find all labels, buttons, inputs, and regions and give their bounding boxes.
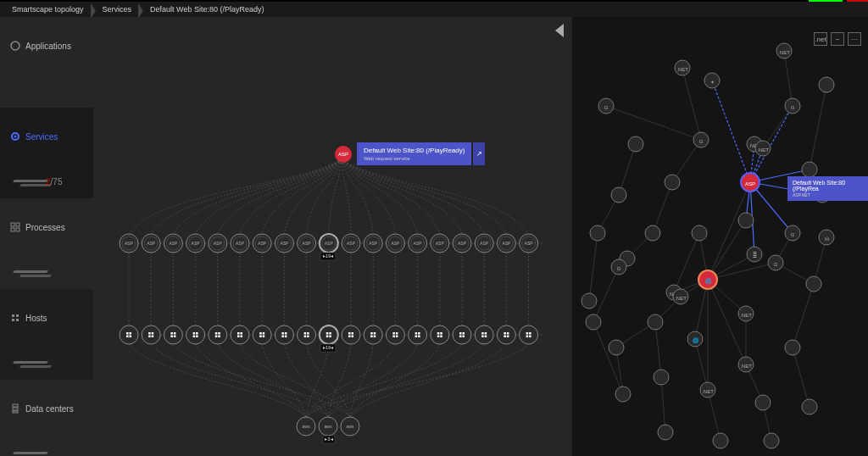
svg-text:ASP: ASP — [280, 241, 289, 246]
svg-point-307 — [713, 433, 728, 448]
svg-rect-114 — [218, 332, 220, 335]
svg-line-226 — [674, 233, 699, 292]
svg-rect-186 — [529, 336, 531, 338]
svg-rect-140 — [326, 336, 329, 338]
svg-line-216 — [653, 182, 672, 233]
svg-point-147 — [364, 325, 382, 344]
svg-point-0 — [11, 42, 19, 50]
svg-rect-146 — [352, 336, 354, 338]
svg-text:ASP: ASP — [192, 241, 201, 246]
svg-rect-12 — [13, 408, 18, 410]
top-accent-bar — [0, 0, 868, 2]
svg-rect-8 — [16, 314, 19, 317]
svg-text:.NET: .NET — [778, 50, 790, 55]
svg-rect-180 — [504, 336, 506, 338]
svg-line-202 — [708, 182, 750, 280]
svg-point-262 — [611, 187, 626, 203]
svg-rect-13 — [13, 411, 18, 413]
svg-rect-143 — [348, 332, 351, 335]
sidebar-item-processes[interactable]: Processes — [0, 198, 93, 289]
svg-text:ASP: ASP — [125, 241, 134, 246]
svg-rect-185 — [526, 336, 529, 338]
services-icon — [10, 131, 20, 142]
svg-point-278 — [581, 293, 597, 309]
svg-rect-178 — [504, 332, 506, 335]
svg-rect-110 — [193, 336, 196, 338]
svg-text:.NET: .NET — [676, 67, 688, 72]
svg-point-112 — [209, 325, 227, 344]
svg-rect-149 — [374, 332, 376, 335]
svg-rect-138 — [326, 332, 329, 335]
svg-text:ASP: ASP — [745, 181, 755, 186]
svg-point-182 — [520, 325, 538, 344]
svg-point-253 — [819, 77, 834, 92]
svg-line-210 — [708, 280, 746, 364]
svg-rect-131 — [285, 336, 287, 338]
topology-canvas[interactable]: ASPASPASPASPASPASPASPASPASPASPASPASPASPA… — [93, 17, 572, 456]
sidebar-item-services[interactable]: Services 2/75 — [0, 108, 93, 198]
svg-text:ASP: ASP — [369, 241, 378, 246]
applications-icon — [10, 41, 20, 51]
sidebar-label: Processes — [25, 223, 65, 232]
svg-text:ASP: ASP — [525, 241, 534, 246]
svg-line-209 — [708, 263, 776, 280]
svg-rect-145 — [348, 336, 351, 338]
svg-point-167 — [453, 325, 471, 344]
more-button[interactable]: ⋯ — [848, 32, 861, 46]
graph-tooltip[interactable]: Default Web Site:80 (/PlayRea ASP.NET — [787, 176, 868, 201]
svg-text:ASP: ASP — [436, 241, 445, 246]
sidebar-item-datacenters[interactable]: Data centers — [0, 380, 93, 456]
svg-text:ASP: ASP — [414, 241, 423, 246]
sidebar-decoration — [14, 452, 56, 456]
svg-point-270 — [692, 225, 707, 241]
sidebar-item-hosts[interactable]: Hosts — [0, 289, 93, 380]
svg-text:G: G — [617, 266, 621, 271]
sidebar-item-applications[interactable]: Applications — [0, 17, 93, 108]
filter-button[interactable]: .net — [814, 32, 827, 46]
svg-rect-153 — [392, 332, 395, 335]
svg-rect-94 — [130, 332, 132, 335]
dc-count: ▸3◂ — [325, 437, 332, 442]
breadcrumb-item-topology[interactable]: Smartscape topology — [7, 5, 94, 14]
svg-rect-160 — [415, 336, 418, 338]
svg-rect-101 — [152, 336, 154, 338]
svg-rect-108 — [193, 332, 196, 335]
svg-rect-176 — [485, 336, 487, 338]
svg-text:.NET: .NET — [702, 389, 714, 394]
svg-line-219 — [589, 233, 598, 301]
svg-rect-156 — [396, 336, 398, 338]
breadcrumb-item-current: Default Web Site:80 (/PlayReady) — [145, 5, 274, 14]
service-title: Default Web Site:80 (/PlayReady) — [364, 147, 465, 154]
svg-point-304 — [755, 395, 771, 410]
svg-text:ASP: ASP — [236, 241, 245, 246]
svg-rect-124 — [263, 332, 265, 335]
svg-rect-10 — [16, 319, 19, 321]
svg-rect-125 — [259, 336, 262, 338]
svg-text:ASP: ASP — [458, 241, 467, 246]
external-link-icon[interactable]: ↗ — [473, 142, 485, 165]
svg-text:.NET: .NET — [757, 147, 769, 153]
svg-text:ASP: ASP — [147, 241, 156, 246]
sidebar-decoration — [14, 361, 56, 370]
svg-rect-171 — [463, 336, 465, 338]
svg-point-306 — [658, 425, 673, 440]
svg-point-305 — [802, 399, 817, 414]
svg-rect-3 — [11, 223, 14, 226]
accent-red — [847, 0, 868, 2]
breadcrumb-item-services[interactable]: Services — [97, 5, 142, 14]
svg-rect-133 — [304, 332, 307, 335]
svg-point-300 — [615, 386, 631, 402]
svg-rect-134 — [307, 332, 309, 335]
svg-line-242 — [793, 284, 814, 348]
svg-rect-161 — [418, 336, 420, 338]
svg-point-292 — [586, 314, 601, 330]
graph-panel[interactable]: .net − ⋯ .NETG.NET✦GG.NET.NETASPG≣⛁G.NET… — [572, 17, 868, 456]
svg-rect-109 — [196, 332, 198, 335]
service-card[interactable]: ASP Default Web Site:80 (/PlayReady) Web… — [335, 142, 471, 165]
svg-line-221 — [593, 267, 619, 322]
svg-rect-123 — [259, 332, 262, 335]
zoom-out-button[interactable]: − — [831, 32, 844, 46]
svg-rect-139 — [329, 332, 331, 335]
svg-point-293 — [609, 340, 624, 355]
sidebar-label: Data centers — [25, 404, 74, 414]
